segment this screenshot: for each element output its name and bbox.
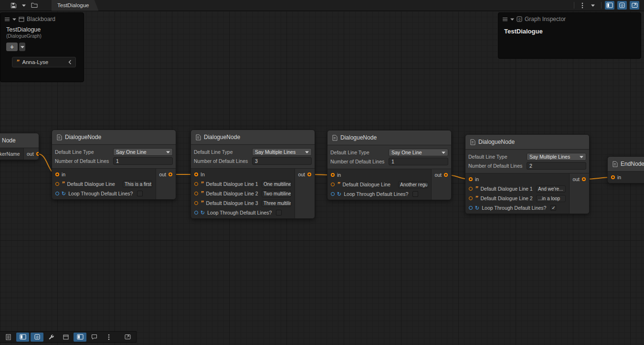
node-header: EndNode [608, 157, 644, 172]
string-type-icon: ” [62, 182, 65, 186]
port-label: out [298, 172, 305, 177]
dropdown-default-line-type[interactable]: Say Multiple Lines [527, 153, 586, 161]
toggle-preview-button[interactable] [630, 1, 639, 10]
open-external-button[interactable] [121, 333, 134, 342]
dialogue-node-2[interactable]: DialogueNodeDefault Line TypeSay Multipl… [190, 129, 315, 219]
dialogue-node-1[interactable]: DialogueNodeDefault Line TypeSay One Lin… [52, 129, 176, 200]
open-asset-button[interactable] [30, 1, 39, 10]
port-in[interactable] [331, 173, 335, 177]
input-ports: in”Default Dialogue Line 1And we're...”D… [465, 173, 569, 214]
graph-tab[interactable]: TestDialogue [52, 0, 98, 11]
node-title-label: DialogueNode [65, 134, 101, 140]
port-loop-through-default-lines[interactable] [194, 211, 198, 215]
node-body: in [608, 172, 644, 183]
port-default-dialogue-line-2[interactable] [194, 192, 198, 195]
overflow-caret-button[interactable] [588, 1, 598, 10]
menu-icon[interactable] [4, 17, 10, 22]
line-text-field[interactable]: This is a first [123, 181, 152, 188]
collapse-caret-icon[interactable] [510, 18, 514, 21]
more-vertical-icon [108, 334, 110, 340]
add-field-caret-button[interactable] [19, 43, 25, 51]
menu-icon[interactable] [502, 17, 508, 22]
dropdown-default-line-type[interactable]: Say One Line [113, 148, 173, 156]
port-out[interactable] [582, 177, 586, 181]
port-row-default-dialogue-line-1: ”Default Dialogue Line 1One multiline [191, 179, 295, 189]
loop-checkbox[interactable]: ✓ [550, 205, 556, 211]
dialogue-preview-button[interactable] [88, 333, 101, 342]
graph-canvas[interactable]: NodekerNameoutDialogueNodeDefault Line T… [0, 11, 644, 345]
wrench-icon [48, 334, 54, 340]
port-label: kerName [0, 151, 20, 157]
dropdown-default-line-type[interactable]: Say One Line [389, 149, 448, 156]
add-field-button[interactable]: + [6, 43, 18, 51]
field-number-of-default-lines[interactable]: 2 [527, 162, 586, 170]
port-label: Loop Through Default Lines? [68, 191, 133, 196]
end-node[interactable]: EndNodein [607, 156, 644, 183]
tools-button[interactable] [45, 333, 58, 342]
port-row-default-dialogue-line: ”Default Dialogue LineAnother regu [327, 180, 431, 189]
port-default-dialogue-line-1[interactable] [469, 187, 473, 191]
port-label: Default Dialogue Line 2 [481, 195, 533, 201]
port-in[interactable] [194, 172, 198, 176]
port-label: Loop Through Default Lines? [207, 210, 272, 216]
inspector-toggle-button[interactable]: 0 [31, 333, 43, 342]
blackboard-field[interactable]: ” Anna-Lyse [12, 57, 76, 67]
string-type-icon: ” [475, 186, 478, 191]
script-icon [56, 134, 62, 140]
field-number-of-default-lines[interactable]: 1 [389, 158, 448, 165]
port-out[interactable] [36, 152, 39, 156]
dialogue-node-3[interactable]: DialogueNodeDefault Line TypeSay One Lin… [327, 130, 452, 200]
node-body: in”Default Dialogue Line 1And we're...”D… [465, 173, 589, 214]
prop-label: Default Line Type [194, 149, 252, 155]
caret-icon [305, 151, 309, 153]
dropdown-default-line-type[interactable]: Say Multiple Lines [252, 148, 312, 156]
console-button[interactable] [2, 333, 15, 342]
port-row-out: out [295, 170, 315, 179]
loop-checkbox[interactable] [412, 191, 418, 197]
port-default-dialogue-line-1[interactable] [194, 182, 198, 186]
collapse-caret-icon[interactable] [12, 18, 16, 21]
port-default-dialogue-line[interactable] [331, 183, 335, 186]
port-default-dialogue-line-3[interactable] [194, 201, 198, 205]
speaker-node[interactable]: NodekerNameout [0, 133, 39, 160]
port-label: out [572, 176, 580, 182]
line-text-field[interactable]: ...in a loop [536, 195, 566, 202]
blackboard-toggle-button[interactable] [16, 333, 29, 342]
port-default-dialogue-line-2[interactable] [469, 196, 473, 200]
port-out[interactable] [444, 173, 448, 177]
loop-checkbox[interactable] [137, 191, 143, 196]
port-in[interactable] [55, 172, 59, 176]
panel-button[interactable] [74, 333, 86, 342]
port-in[interactable] [611, 175, 615, 179]
toggle-blackboard-button[interactable] [605, 1, 614, 10]
node-body: kerNameout [0, 148, 39, 160]
port-loop-through-default-lines[interactable] [331, 192, 335, 196]
line-text-field[interactable]: Three multilin [262, 200, 291, 207]
line-text-field[interactable]: Another regu [398, 181, 428, 188]
prop-label: Number of Default Lines [330, 159, 389, 164]
more-button[interactable] [102, 333, 115, 342]
field-number-of-default-lines[interactable]: 3 [252, 157, 312, 165]
dialogue-node-4[interactable]: DialogueNodeDefault Line TypeSay Multipl… [465, 134, 590, 214]
chevron-left-icon[interactable] [68, 60, 72, 65]
line-text-field[interactable]: And we're... [536, 185, 566, 193]
line-text-field[interactable]: One multiline [262, 181, 291, 188]
window-button[interactable] [59, 333, 72, 342]
loop-checkbox[interactable] [276, 210, 282, 216]
panel-left-icon [20, 334, 26, 340]
port-out[interactable] [307, 172, 311, 176]
port-label: Default Dialogue Line 2 [206, 191, 258, 196]
port-out[interactable] [169, 172, 172, 176]
field-number-of-default-lines[interactable]: 1 [113, 157, 173, 165]
overflow-menu-button[interactable] [578, 1, 587, 10]
toggle-graph-inspector-button[interactable]: 0 [617, 1, 627, 10]
main-toolbar: TestDialogue 0 [0, 0, 644, 11]
port-loop-through-default-lines[interactable] [55, 192, 59, 195]
port-default-dialogue-line[interactable] [55, 182, 59, 186]
save-options-button[interactable] [19, 1, 29, 10]
graph-tab-label: TestDialogue [57, 2, 89, 8]
port-in[interactable] [469, 177, 473, 181]
line-text-field[interactable]: Two multiline [262, 190, 291, 197]
port-loop-through-default-lines[interactable] [469, 206, 473, 210]
save-button[interactable] [9, 1, 18, 10]
